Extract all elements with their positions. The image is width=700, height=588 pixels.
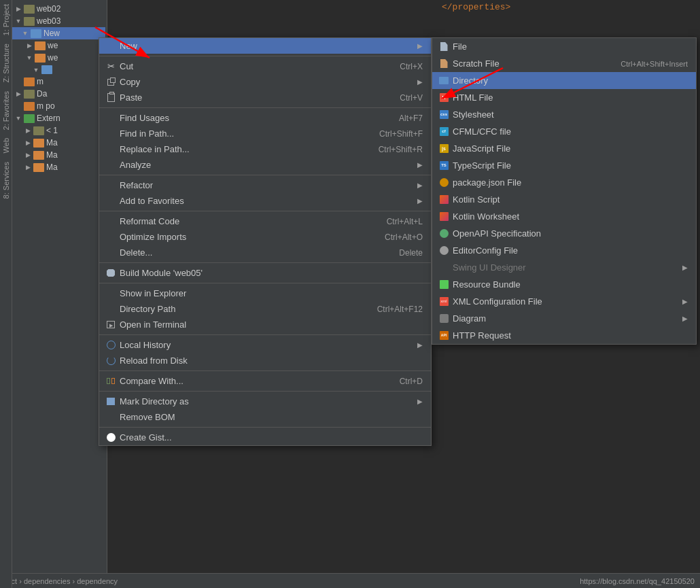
tree-item-da[interactable]: ▶ Da (12, 88, 105, 100)
file-icon (24, 77, 35, 86)
menu-item-refactor[interactable]: Refactor ▶ (99, 177, 431, 193)
tab-web[interactable]: Web (0, 134, 12, 157)
menu-separator (99, 56, 431, 56)
tree-label: Ma (46, 162, 58, 172)
submenu-item-js[interactable]: js JavaScript File (432, 140, 696, 157)
submenu-item-resource[interactable]: Resource Bundle (432, 276, 696, 293)
menu-item-reload[interactable]: Reload from Disk (99, 353, 431, 368)
tree-label: Extern (37, 114, 60, 123)
menu-item-analyze[interactable]: Analyze ▶ (99, 157, 431, 173)
menu-item-build[interactable]: Build Module 'web05' (99, 265, 431, 281)
menu-item-local-history[interactable]: Local History ▶ (99, 337, 431, 353)
menu-item-find-in-path[interactable]: Find in Path... Ctrl+Shift+F (99, 126, 431, 141)
submenu-item-json[interactable]: package.json File (432, 174, 696, 191)
menu-item-label: Copy (120, 77, 412, 87)
submenu-item-http[interactable]: API HTTP Request (432, 327, 696, 344)
code-line: </properties> (435, 0, 700, 15)
submenu-item-xml[interactable]: xml XML Configuration File ▶ (432, 293, 696, 310)
menu-item-new[interactable]: New ▶ (99, 38, 431, 54)
tree-item-m[interactable]: m (12, 75, 105, 88)
menu-item-copy[interactable]: Copy ▶ (99, 74, 431, 90)
tree-arrow: ▼ (22, 30, 29, 37)
menu-item-reformat[interactable]: Reformat Code Ctrl+Alt+L (99, 213, 431, 229)
submenu-item-html[interactable]: H HTML File (432, 89, 696, 106)
submenu-item-openapi[interactable]: OpenAPI Specification (432, 225, 696, 242)
vertical-tabs: 1: Project Z: Structure 2: Favorites Web… (0, 0, 12, 588)
menu-item-find-usages[interactable]: Find Usages Alt+F7 (99, 110, 431, 126)
tab-project[interactable]: 1: Project (0, 0, 12, 39)
context-menu: New ▶ ✂ Cut Ctrl+X Copy ▶ Paste Ctrl+V F… (99, 37, 432, 446)
submenu-item-scratch[interactable]: Scratch File Ctrl+Alt+Shift+Insert (432, 55, 696, 72)
submenu-arrow-icon: ▶ (417, 42, 423, 50)
tree-item-web03[interactable]: ▼ web03 (12, 15, 105, 27)
menu-separator (99, 107, 431, 108)
menu-item-label: Open in Terminal (120, 319, 423, 330)
tree-item-subfolder[interactable]: ▼ (12, 64, 105, 75)
submenu-item-kotlin-script[interactable]: Kotlin Script (432, 191, 696, 208)
tree-item-ma3[interactable]: ▶ Ma (12, 161, 105, 173)
submenu-item-file[interactable]: File (432, 38, 696, 55)
menu-item-create-gist[interactable]: Create Gist... (99, 430, 431, 445)
menu-item-dir-path[interactable]: Directory Path Ctrl+Alt+F12 (99, 301, 431, 317)
submenu-item-ts[interactable]: TS TypeScript File (432, 157, 696, 174)
tree-item-new[interactable]: ▼ New (12, 27, 105, 39)
css-icon: css (438, 109, 450, 121)
tree-item-web02[interactable]: ▶ web02 (12, 3, 105, 15)
tree-item-mpo[interactable]: m po (12, 100, 105, 112)
tree-item-extern[interactable]: ▼ Extern (12, 112, 105, 124)
submenu-item-directory[interactable]: Directory (432, 72, 696, 89)
menu-item-optimize-imports[interactable]: Optimize Imports Ctrl+Alt+O (99, 229, 431, 245)
folder-icon (35, 41, 46, 50)
diagram-icon (438, 313, 450, 325)
tree-item-ma2[interactable]: ▶ Ma (12, 149, 105, 161)
shortcut-label: Ctrl+V (400, 93, 423, 103)
shortcut-label: Alt+F7 (399, 114, 423, 123)
folder-icon (41, 65, 52, 74)
submenu-item-label: Diagram (453, 313, 677, 324)
menu-item-mark-directory[interactable]: Mark Directory as ▶ (99, 394, 431, 409)
submenu-item-label: HTML File (453, 92, 688, 103)
menu-item-label: Cut (120, 61, 386, 71)
menu-item-cut[interactable]: ✂ Cut Ctrl+X (99, 58, 431, 74)
tree-item-we1[interactable]: ▶ we (12, 39, 105, 52)
shortcut-label: Ctrl+D (400, 377, 423, 386)
tree-arrow: ▶ (26, 42, 33, 49)
menu-item-replace-in-path[interactable]: Replace in Path... Ctrl+Shift+R (99, 141, 431, 157)
menu-item-delete[interactable]: Delete... Delete (99, 245, 431, 260)
folder-icon (33, 139, 44, 148)
tree-item-sub1[interactable]: ▶ < 1 (12, 124, 105, 137)
submenu-item-stylesheet[interactable]: css Stylesheet (432, 106, 696, 123)
menu-item-open-terminal[interactable]: ▶ Open in Terminal (99, 317, 431, 332)
menu-separator (99, 283, 431, 283)
tab-structure[interactable]: Z: Structure (0, 39, 12, 86)
menu-item-compare[interactable]: Compare With... Ctrl+D (99, 373, 431, 389)
submenu-item-label: File (453, 41, 688, 52)
submenu-item-swing[interactable]: Swing UI Designer ▶ (432, 259, 696, 276)
tree-label: m po (37, 101, 55, 111)
resource-icon (438, 279, 450, 291)
menu-item-add-favorites[interactable]: Add to Favorites ▶ (99, 193, 431, 209)
submenu-item-diagram[interactable]: Diagram ▶ (432, 310, 696, 327)
menu-item-show-explorer[interactable]: Show in Explorer (99, 286, 431, 301)
submenu-arrow-icon: ▶ (417, 78, 423, 86)
submenu-item-kotlin-worksheet[interactable]: Kotlin Worksheet (432, 208, 696, 225)
submenu-item-label: package.json File (453, 177, 688, 188)
submenu-arrow-icon: ▶ (682, 264, 688, 271)
menu-item-paste[interactable]: Paste Ctrl+V (99, 90, 431, 105)
submenu-item-cfml[interactable]: cf CFML/CFC file (432, 123, 696, 140)
submenu-item-editorconfig[interactable]: EditorConfig File (432, 242, 696, 259)
menu-item-remove-bom[interactable]: Remove BOM (99, 409, 431, 425)
submenu-item-label: Directory (453, 75, 688, 86)
tab-favorites[interactable]: 2: Favorites (0, 87, 12, 134)
scissors-icon: ✂ (105, 60, 117, 73)
tree-item-ma1[interactable]: ▶ Ma (12, 137, 105, 149)
shortcut-label: Ctrl+Alt+F12 (377, 305, 423, 314)
submenu-item-label: Kotlin Script (453, 194, 688, 205)
tab-services[interactable]: 8: Services (0, 158, 12, 203)
submenu-arrow-icon: ▶ (417, 398, 423, 405)
http-icon: API (438, 330, 450, 342)
tree-arrow: ▼ (26, 54, 33, 61)
tree-item-we2[interactable]: ▼ we (12, 52, 105, 64)
breadcrumb-path: ject › dependencies › dependency (5, 577, 118, 585)
menu-item-label: Refactor (120, 180, 412, 190)
